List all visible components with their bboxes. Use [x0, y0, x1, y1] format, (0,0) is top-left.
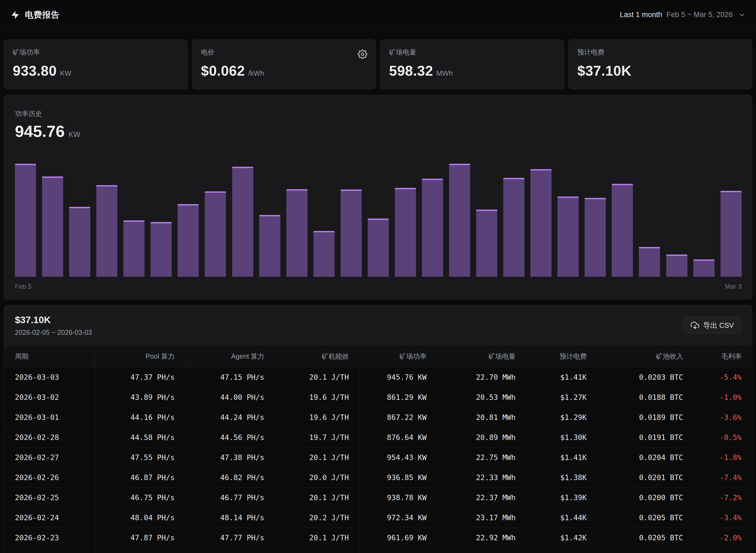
- table-cell: 2026-03-03: [4, 367, 95, 387]
- table-cell: $1.39K: [526, 488, 597, 508]
- table-cell: 46.75 PH/s: [95, 488, 185, 508]
- power-history-card: 功率历史 945.76 KW Feb 5 Mar 3: [4, 95, 752, 300]
- table-cell: 20.89 MWh: [437, 427, 526, 448]
- table-cell: 0.0191 BTC: [597, 427, 694, 448]
- bar-2026-02-11: [177, 204, 199, 277]
- table-cell: 48.04 PH/s: [95, 508, 185, 528]
- table-cell: 2026-02-23: [4, 528, 95, 548]
- table-cell: 20.2 J/TH: [275, 508, 359, 528]
- table-cell: 0.0189 BTC: [597, 407, 694, 427]
- column-header: 矿机能效: [275, 345, 359, 367]
- table-cell: 2026-02-25: [4, 488, 95, 508]
- table-cell: $1.27K: [526, 387, 597, 407]
- table-cell: $1.29K: [526, 407, 597, 427]
- table-cell: 44.24 PH/s: [185, 407, 275, 427]
- table-cell: 46.82 PH/s: [185, 468, 275, 488]
- table-cell: -0.5%: [694, 427, 752, 448]
- column-header: Agent 算力: [185, 345, 275, 367]
- table-cell: -2.0%: [694, 528, 752, 548]
- column-header: Pool 算力: [95, 345, 185, 367]
- table-cell: $1.30K: [526, 427, 597, 448]
- column-header: 矿场电量: [437, 345, 526, 367]
- bar-2026-02-24: [530, 169, 551, 277]
- table-row: 2026-02-2347.87 PH/s47.77 PH/s20.1 J/TH9…: [4, 528, 752, 548]
- bar-2026-02-19: [395, 188, 416, 277]
- chevron-down-icon: [738, 11, 746, 19]
- column-header: 毛利率: [694, 345, 752, 367]
- bar-2026-02-09: [124, 220, 145, 277]
- table-cell: 20.0 J/TH: [275, 468, 359, 488]
- table-cell: 46.87 PH/s: [95, 468, 185, 488]
- table-cell: $1.42K: [526, 528, 597, 548]
- table-cell: [275, 548, 359, 553]
- table-cell: 44.56 PH/s: [185, 427, 275, 448]
- date-range-dates: Feb 5 ~ Mar 5, 2026: [667, 11, 733, 19]
- bar-2026-02-28: [639, 247, 660, 277]
- stat-card-farm-power: 矿场功率 933.80 KW: [4, 39, 187, 89]
- table-row: 2026-03-0243.89 PH/s44.00 PH/s19.6 J/TH8…: [4, 387, 752, 407]
- table-cell: -1.8%: [694, 448, 752, 468]
- table-cell: 876.64 KW: [359, 427, 437, 448]
- export-csv-button[interactable]: 导出 CSV: [683, 317, 741, 333]
- stat-label: 矿场功率: [13, 48, 179, 57]
- export-csv-label: 导出 CSV: [703, 321, 734, 330]
- bar-2026-02-18: [368, 219, 389, 277]
- table-cell: 20.1 J/TH: [275, 367, 359, 387]
- table-cell: 48.14 PH/s: [185, 508, 275, 528]
- table-cell: -3.4%: [694, 508, 752, 528]
- report-table-card: $37.10K 2026-02-05 ~ 2026-03-03 导出 CSV 周…: [4, 305, 752, 553]
- table-cell: 2026-03-01: [4, 407, 95, 427]
- stat-card-electricity-price: 电价 $0.062 /kWh: [192, 39, 376, 89]
- table-cell: 972.34 KW: [359, 508, 437, 528]
- bar-2026-02-14: [259, 215, 280, 277]
- table-row: 2026-02-2448.04 PH/s48.14 PH/s20.2 J/TH9…: [4, 508, 752, 528]
- bar-2026-02-17: [341, 189, 362, 277]
- table-row: 2026-02-2844.58 PH/s44.56 PH/s19.7 J/TH8…: [4, 427, 752, 448]
- bar-2026-03-03: [721, 191, 742, 277]
- bar-2026-02-20: [422, 179, 443, 277]
- table-row: 2026-02-2646.87 PH/s46.82 PH/s20.0 J/TH9…: [4, 468, 752, 488]
- table-row: 2026-03-0144.16 PH/s44.24 PH/s19.6 J/TH8…: [4, 407, 752, 427]
- table-cell: $1.38K: [526, 468, 597, 488]
- table-cell: 2026-02-28: [4, 427, 95, 448]
- stat-unit: /kWh: [248, 69, 264, 78]
- stat-cards-row: 矿场功率 933.80 KW 电价 $0.062 /kWh 矿场电量 598.3…: [4, 39, 752, 89]
- chart-title: 功率历史: [15, 109, 742, 118]
- table-cell: [597, 548, 694, 553]
- gear-icon[interactable]: [358, 49, 367, 59]
- table-cell: 2026-02-27: [4, 448, 95, 468]
- table-cell: 961.69 KW: [359, 528, 437, 548]
- table-cell: 20.1 J/TH: [275, 528, 359, 548]
- bar-2026-02-13: [232, 167, 253, 277]
- bar-2026-02-07: [69, 207, 90, 277]
- table-cell: -7.4%: [694, 468, 752, 488]
- page-title: 电费报告: [25, 9, 60, 21]
- bar-2026-02-21: [449, 164, 470, 277]
- stat-unit: KW: [60, 69, 71, 78]
- table-cell: 47.15 PH/s: [185, 367, 275, 387]
- stat-label: 矿场电量: [389, 48, 555, 57]
- table-cell: 867.22 KW: [359, 407, 437, 427]
- table-cell: 22.75 MWh: [437, 448, 526, 468]
- date-range-selector[interactable]: Last 1 month Feb 5 ~ Mar 5, 2026: [620, 11, 746, 19]
- table-total-cost: $37.10K: [15, 314, 92, 325]
- table-cell: 936.85 KW: [359, 468, 437, 488]
- table-cell: 20.1 J/TH: [275, 488, 359, 508]
- table-cell: 0.0205 BTC: [597, 528, 694, 548]
- cloud-download-icon: [691, 321, 699, 330]
- bar-2026-02-25: [557, 196, 579, 277]
- bar-2026-02-10: [150, 222, 172, 277]
- lightning-icon: [10, 10, 20, 20]
- table-cell: 47.55 PH/s: [95, 448, 185, 468]
- table-cell: 43.89 PH/s: [95, 387, 185, 407]
- table-cell: 938.78 KW: [359, 488, 437, 508]
- table-cell: 47.37 PH/s: [95, 367, 185, 387]
- date-range-preset-label: Last 1 month: [620, 11, 662, 19]
- bar-2026-03-01: [666, 254, 687, 277]
- table-row: 2026-03-0347.37 PH/s47.15 PH/s20.1 J/TH9…: [4, 367, 752, 387]
- table-cell: 47.87 PH/s: [95, 528, 185, 548]
- table-cell: 0.0205 BTC: [597, 508, 694, 528]
- chart-unit: KW: [69, 131, 81, 139]
- table-date-range: 2026-02-05 ~ 2026-03-03: [15, 328, 92, 336]
- table-cell: 861.29 KW: [359, 387, 437, 407]
